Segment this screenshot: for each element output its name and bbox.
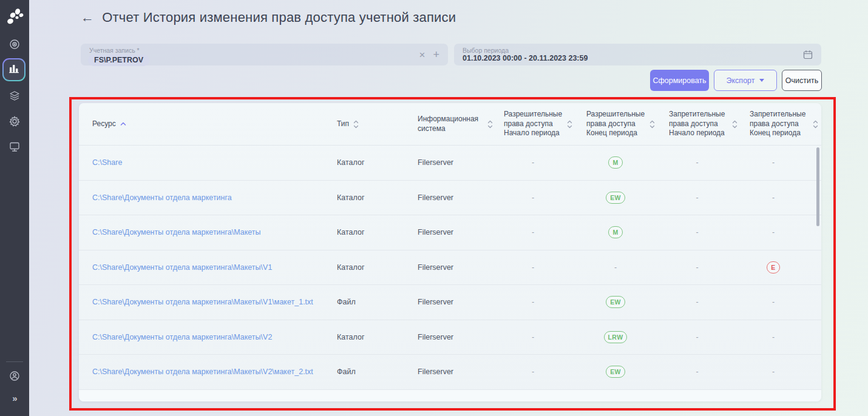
system-cell: Filerserver <box>418 228 504 237</box>
resource-cell: C:\Share\Документы отдела маркетинга\Мак… <box>79 333 337 341</box>
page-title-text: Отчет История изменения прав доступа уче… <box>102 10 456 25</box>
deny-start-cell: - <box>669 158 750 167</box>
export-button-label: Экспорт <box>727 76 755 85</box>
layers-icon <box>8 90 21 102</box>
empty-value-dash: - <box>614 263 617 272</box>
deny-start-cell: - <box>669 333 750 341</box>
table-row: C:\Share\Документы отдела маркетинга\Мак… <box>79 215 821 250</box>
period-value: 01.10.2023 00:00 - 20.11.2023 23:59 <box>463 54 588 62</box>
sort-icon[interactable] <box>353 120 359 129</box>
resource-link[interactable]: C:\Share\Документы отдела маркетинга <box>92 193 232 202</box>
deny-end-cell: - <box>750 158 821 167</box>
deny-end-cell: E <box>750 261 821 273</box>
allow-start-cell: - <box>504 263 586 272</box>
allow-end-cell: EW <box>586 192 669 204</box>
generate-button[interactable]: Сформировать <box>650 70 709 91</box>
deny-end-cell: - <box>750 228 821 237</box>
sidebar-item-workstations[interactable] <box>0 141 29 153</box>
account-field[interactable]: Учетная запись * FS\P.PETROV × + <box>81 44 448 65</box>
table-row-partial <box>79 390 821 401</box>
allow-start-cell: - <box>504 333 586 341</box>
period-field[interactable]: Выбор периода 01.10.2023 00:00 - 20.11.2… <box>454 44 821 65</box>
resource-link[interactable]: C:\Share\Документы отдела маркетинга\Мак… <box>92 298 313 306</box>
access-rights-badge: E <box>767 261 779 273</box>
export-button[interactable]: Экспорт <box>714 70 777 91</box>
table-row: C:\Share\Документы отдела маркетинга\Мак… <box>79 355 821 390</box>
empty-value-dash: - <box>696 298 698 306</box>
sidebar-item-resources[interactable] <box>0 90 29 102</box>
access-rights-badge: EW <box>606 296 625 308</box>
eye-icon <box>8 38 21 50</box>
deny-start-cell: - <box>669 228 750 237</box>
column-header[interactable]: Ресурс <box>79 119 337 129</box>
column-header[interactable]: Разрешительные права доступа Начало пери… <box>504 110 586 138</box>
column-label: Запретительные права доступа Конец перио… <box>750 110 809 138</box>
calendar-icon[interactable] <box>803 50 813 62</box>
column-label: Тип <box>337 119 349 129</box>
sidebar-item-reports[interactable] <box>3 59 25 81</box>
resource-cell: C:\Share\Документы отдела маркетинга\Мак… <box>79 367 337 376</box>
sort-icon[interactable] <box>487 120 493 129</box>
resource-link[interactable]: C:\Share <box>92 158 122 167</box>
empty-value-dash: - <box>532 367 534 376</box>
deny-start-cell: - <box>669 367 750 376</box>
sidebar-divider <box>6 361 23 362</box>
allow-start-cell: - <box>504 158 586 167</box>
allow-start-cell: - <box>504 298 586 306</box>
sidebar-item-monitoring[interactable] <box>0 38 29 50</box>
column-header[interactable]: Информационная система <box>418 115 504 133</box>
sidebar-collapse-button[interactable]: » <box>0 393 29 403</box>
empty-value-dash: - <box>772 333 775 341</box>
empty-value-dash: - <box>696 228 698 237</box>
column-header[interactable]: Разрешительные права доступа Конец перио… <box>586 110 669 138</box>
resource-link[interactable]: C:\Share\Документы отдела маркетинга\Мак… <box>92 263 272 272</box>
deny-end-cell: - <box>750 193 821 202</box>
empty-value-dash: - <box>772 367 775 376</box>
type-cell: Каталог <box>337 228 418 237</box>
page-title: ← Отчет История изменения прав доступа у… <box>81 10 456 25</box>
table-row: C:\ShareКаталогFilerserver-M-- <box>79 146 821 181</box>
sidebar: » <box>0 0 29 416</box>
column-header[interactable]: Запретительные права доступа Начало пери… <box>669 110 750 138</box>
report-table: РесурсТипИнформационная системаРазрешите… <box>79 103 821 401</box>
resource-link[interactable]: C:\Share\Документы отдела маркетинга\Мак… <box>92 228 261 237</box>
empty-value-dash: - <box>532 228 534 237</box>
access-rights-badge: EW <box>606 192 625 204</box>
sort-icon[interactable] <box>649 120 655 129</box>
clear-account-icon[interactable]: × <box>419 50 426 60</box>
account-field-label: Учетная запись * <box>89 47 140 54</box>
table-body: C:\ShareКаталогFilerserver-M--C:\Share\Д… <box>79 146 821 390</box>
deny-start-cell: - <box>669 298 750 306</box>
empty-value-dash: - <box>532 333 534 341</box>
column-label: Запретительные права доступа Начало пери… <box>669 110 728 138</box>
sidebar-item-settings[interactable] <box>0 115 29 127</box>
sort-icon[interactable] <box>567 120 572 129</box>
type-cell: Каталог <box>337 193 418 202</box>
resource-link[interactable]: C:\Share\Документы отдела маркетинга\Мак… <box>92 333 272 341</box>
back-arrow-icon[interactable]: ← <box>81 11 94 24</box>
sort-icon[interactable] <box>732 120 737 129</box>
system-cell: Filerserver <box>418 193 504 202</box>
table-scrollbar[interactable] <box>816 147 819 226</box>
type-cell: Каталог <box>337 158 418 167</box>
system-cell: Filerserver <box>418 367 504 376</box>
column-label: Разрешительные права доступа Конец перио… <box>586 110 645 138</box>
empty-value-dash: - <box>772 298 775 306</box>
type-cell: Файл <box>337 298 418 306</box>
resource-cell: C:\Share\Документы отдела маркетинга\Мак… <box>79 263 337 272</box>
add-account-icon[interactable]: + <box>433 49 439 60</box>
app-logo <box>5 6 24 27</box>
gear-icon <box>8 115 21 127</box>
column-header[interactable]: Тип <box>337 119 418 129</box>
access-rights-badge: M <box>608 156 622 169</box>
sidebar-item-account[interactable] <box>0 370 29 382</box>
system-cell: Filerserver <box>418 158 504 167</box>
sort-icon[interactable] <box>813 120 818 129</box>
clear-button[interactable]: Очистить <box>782 70 822 91</box>
sort-asc-icon[interactable] <box>120 122 126 126</box>
resource-link[interactable]: C:\Share\Документы отдела маркетинга\Мак… <box>92 367 313 376</box>
account-chip[interactable]: FS\P.PETROV <box>88 55 149 66</box>
allow-start-cell: - <box>504 228 586 237</box>
column-header[interactable]: Запретительные права доступа Конец перио… <box>750 110 821 138</box>
empty-value-dash: - <box>772 228 775 237</box>
